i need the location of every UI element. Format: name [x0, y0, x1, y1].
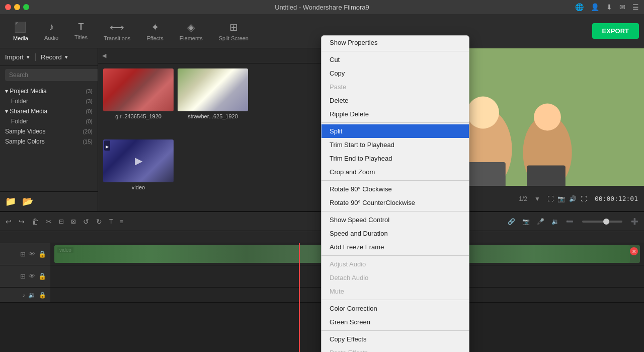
delete-button[interactable]: 🗑 — [30, 216, 40, 227]
redo-button[interactable]: ↪ — [17, 216, 26, 227]
menu-freeze-frame[interactable]: Add Freeze Frame — [321, 240, 469, 254]
media-tree: ▾ Project Media (3) Folder (3) ▾ Shared … — [0, 84, 98, 191]
redo2-button[interactable]: ↻ — [95, 216, 104, 227]
track3-vol-icon[interactable]: 🔉 — [28, 292, 36, 299]
shared-folder-item[interactable]: Folder (0) — [0, 116, 98, 126]
import-button[interactable]: Import ▼ — [5, 53, 31, 61]
undo-button[interactable]: ↩ — [4, 216, 13, 227]
svg-rect-9 — [527, 166, 566, 186]
zoom-slider[interactable] — [582, 221, 622, 223]
menu-split[interactable]: Split — [321, 124, 469, 138]
menu-mute: Mute — [321, 285, 469, 298]
thumbnail-girl-label: girl-2436545_1920 — [103, 113, 174, 119]
menu-trim-start[interactable]: Trim Start to Playhead — [321, 138, 469, 152]
thumbnail-grid: girl-2436545_1920 strawber...625_1920 ▶ … — [98, 63, 322, 211]
zoom-level: 1/2 — [519, 195, 527, 202]
globe-icon[interactable]: 🌐 — [575, 3, 584, 11]
track2-eye-icon[interactable]: 👁 — [29, 272, 35, 280]
track3-music-icon[interactable]: ♪ — [22, 292, 25, 299]
thumbnail-video[interactable]: ▶ ▶ video — [103, 139, 174, 206]
tab-transitions[interactable]: ⟷ Transitions — [96, 17, 138, 45]
menu-crop-zoom[interactable]: Crop and Zoom — [321, 165, 469, 179]
magnet-button[interactable]: 🔗 — [506, 217, 517, 227]
clip-delete-icon[interactable]: ✕ — [630, 247, 638, 255]
volume-button[interactable]: 🔊 — [569, 195, 577, 202]
track-eye-icon[interactable]: 👁 — [29, 250, 35, 258]
mic-button[interactable]: 🎤 — [535, 217, 546, 227]
minimize-button[interactable] — [14, 4, 20, 10]
effects-icon: ✦ — [151, 21, 159, 33]
add-folder-icon[interactable]: 📂 — [22, 196, 33, 207]
title-button[interactable]: T — [108, 217, 114, 227]
import-chevron-icon: ▼ — [26, 54, 31, 60]
tab-split-screen[interactable]: ⊞ Split Screen — [211, 17, 257, 45]
tab-audio[interactable]: ♪ Audio — [36, 17, 66, 45]
left-panel: Import ▼ | Record ▼ ▾ Project Media (3) … — [0, 48, 98, 211]
menu-delete[interactable]: Delete — [321, 94, 469, 107]
sample-colors-item[interactable]: Sample Colors (15) — [0, 136, 98, 147]
menu-cut[interactable]: Cut — [321, 53, 469, 66]
menu-show-properties[interactable]: Show Properties — [321, 36, 469, 49]
download-icon[interactable]: ⬇ — [606, 3, 612, 11]
tab-effects[interactable]: ✦ Effects — [138, 17, 171, 45]
export-button[interactable]: EXPORT — [592, 23, 639, 39]
titles-icon: T — [78, 22, 84, 32]
menu-copy[interactable]: Copy — [321, 66, 469, 80]
menu-trim-end[interactable]: Trim End to Playhead — [321, 152, 469, 165]
zoom-out-button[interactable]: ➖ — [565, 217, 575, 227]
project-folder-item[interactable]: Folder (3) — [0, 96, 98, 106]
track-lock-icon[interactable]: 🔒 — [38, 250, 46, 258]
menu-color-correction[interactable]: Color Correction — [321, 302, 469, 315]
menu-copy-effects[interactable]: Copy Effects — [321, 332, 469, 346]
undo2-button[interactable]: ↺ — [82, 216, 91, 227]
menu-show-speed[interactable]: Show Speed Control — [321, 213, 469, 227]
project-media-item[interactable]: ▾ Project Media (3) — [0, 86, 98, 96]
track-grid-icon[interactable]: ⊞ — [20, 250, 26, 258]
mail-icon[interactable]: ✉ — [619, 3, 625, 11]
search-input[interactable] — [5, 69, 98, 81]
menu-icon[interactable]: ☰ — [632, 3, 639, 11]
split-button[interactable]: ⊟ — [57, 217, 65, 227]
cut-button[interactable]: ✂ — [44, 216, 53, 227]
audio-icon: ♪ — [49, 21, 54, 33]
fullscreen-button[interactable]: ⛶ — [581, 195, 587, 202]
close-button[interactable] — [5, 4, 11, 10]
menu-ripple-delete[interactable]: Ripple Delete — [321, 107, 469, 121]
zoom-in-button[interactable]: ➕ — [629, 217, 640, 227]
crop-button[interactable]: ⊠ — [69, 217, 77, 227]
user-icon[interactable]: 👤 — [591, 3, 599, 11]
media-icon: ⬛ — [14, 21, 27, 33]
tab-titles[interactable]: T Titles — [66, 18, 96, 44]
shared-media-item[interactable]: ▾ Shared Media (0) — [0, 106, 98, 116]
thumbnail-girl[interactable]: girl-2436545_1920 — [103, 68, 174, 135]
record-button[interactable]: Record ▼ — [41, 53, 69, 61]
svg-point-5 — [467, 97, 499, 129]
menu-speed-duration[interactable]: Speed and Duration — [321, 227, 469, 240]
menu-paste-effects: Paste Effects — [321, 346, 469, 352]
new-folder-icon[interactable]: 📁 — [5, 196, 16, 207]
menu-rotate-cw[interactable]: Rotate 90° Clockwise — [321, 182, 469, 196]
track2-grid-icon[interactable]: ⊞ — [20, 272, 26, 280]
audio-eq-button[interactable]: ≡ — [118, 217, 125, 227]
timecode: 00:00:12:01 — [595, 195, 638, 202]
menu-rotate-ccw[interactable]: Rotate 90° CounterClockwise — [321, 196, 469, 209]
fit-screen-button[interactable]: ⛶ — [547, 195, 553, 202]
track2-lock-icon[interactable]: 🔒 — [38, 272, 46, 280]
zoom-dropdown-icon[interactable]: ▼ — [534, 195, 540, 202]
tab-elements[interactable]: ◈ Elements — [172, 17, 211, 45]
menu-paste: Paste — [321, 80, 469, 94]
camera-button[interactable]: 📷 — [521, 217, 531, 227]
thumbnail-video-label: video — [103, 184, 174, 190]
menu-green-screen[interactable]: Green Screen — [321, 315, 469, 329]
track3-lock-icon[interactable]: 🔒 — [39, 292, 46, 299]
snapshot-button[interactable]: 📷 — [557, 195, 565, 202]
voiceover-button[interactable]: 🔉 — [550, 217, 560, 227]
sample-videos-item[interactable]: Sample Videos (20) — [0, 126, 98, 136]
track-2-controls: ⊞ 👁 🔒 — [0, 265, 50, 287]
thumbnail-flower[interactable]: strawber...625_1920 — [178, 68, 248, 135]
menu-sep-3 — [321, 180, 469, 181]
maximize-button[interactable] — [23, 4, 29, 10]
tab-media[interactable]: ⬛ Media — [5, 17, 36, 45]
tab-titles-label: Titles — [74, 34, 88, 40]
menu-sep-5 — [321, 255, 469, 256]
